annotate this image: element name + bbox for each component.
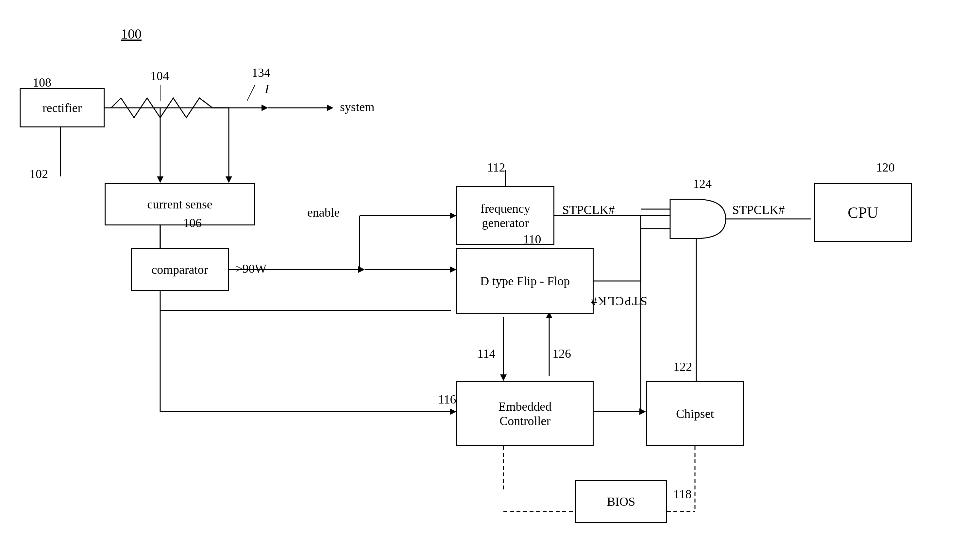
frequency-generator-label: frequency generator (480, 201, 530, 230)
d-flip-flop-label: D type Flip - Flop (480, 274, 570, 288)
current-label-I: I (265, 82, 269, 96)
comparator-box: comparator (131, 248, 229, 291)
ref-118: 118 (673, 487, 692, 501)
rectifier-label: rectifier (42, 101, 82, 115)
current-sense-label: current sense (147, 197, 212, 211)
svg-marker-20 (450, 213, 456, 219)
ref-100: 100 (121, 26, 142, 42)
stpclk-label-1: STPCLK# (562, 203, 615, 217)
d-flip-flop-box: D type Flip - Flop (456, 248, 594, 314)
ref-108: 108 (33, 75, 51, 89)
enable-label: enable (307, 205, 340, 219)
ref-116: 116 (438, 392, 456, 406)
ref-106: 106 (183, 216, 202, 230)
ref-124: 124 (693, 177, 712, 191)
ref-112: 112 (487, 160, 505, 174)
svg-marker-7 (157, 177, 163, 183)
stpclk-label-2: STPCLK# (732, 203, 785, 217)
svg-marker-18 (450, 266, 456, 273)
ref-102: 102 (29, 167, 48, 181)
embedded-controller-label: Embedded Controller (498, 399, 552, 428)
cpu-label: CPU (848, 203, 878, 222)
cpu-box: CPU (814, 183, 912, 242)
svg-marker-35 (450, 408, 456, 415)
ref-114: 114 (477, 346, 495, 361)
stpclk-vertical-label: STPCLK# (590, 294, 647, 308)
circuit-diagram: 100 108 rectifier 104 134 I system 102 c… (0, 0, 964, 560)
svg-marker-29 (500, 375, 507, 381)
svg-line-46 (247, 85, 255, 101)
svg-marker-38 (639, 408, 646, 415)
svg-marker-9 (226, 177, 232, 183)
system-label: system (340, 100, 375, 114)
ref-104: 104 (150, 68, 169, 83)
ref-122: 122 (673, 359, 692, 374)
svg-marker-3 (262, 105, 268, 111)
ref-120: 120 (876, 160, 895, 174)
ref-134: 134 (252, 65, 270, 80)
comparator-label: comparator (151, 262, 208, 277)
chipset-box: Chipset (646, 381, 744, 446)
svg-marker-5 (327, 105, 334, 111)
bios-box: BIOS (575, 480, 667, 523)
embedded-controller-box: Embedded Controller (456, 381, 594, 446)
chipset-label: Chipset (676, 406, 714, 421)
rectifier-box: rectifier (20, 88, 104, 127)
bios-label: BIOS (607, 494, 635, 509)
ref-110: 110 (523, 232, 541, 246)
threshold-label: >90W (235, 261, 266, 276)
ref-126: 126 (552, 346, 571, 361)
current-sense-box: current sense (104, 183, 255, 226)
